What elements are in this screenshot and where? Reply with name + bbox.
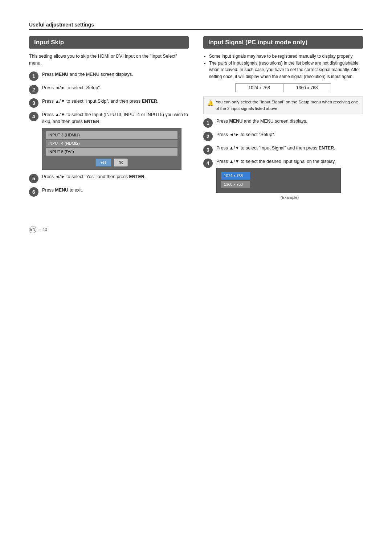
menu-item-input5: INPUT 5 (DVI)	[46, 148, 177, 156]
step-1: 1 Press MENU and the MENU screen display…	[29, 71, 189, 81]
step-2: 2 Press ◄/► to select "Setup".	[29, 85, 189, 94]
signal-step-num-4: 4	[203, 159, 213, 168]
step-1-text: Press MENU and the MENU screen displays.	[42, 71, 189, 78]
step-3: 3 Press ▲/▼ to select "Input Skip", and …	[29, 98, 189, 108]
example-label: (Example)	[216, 194, 363, 201]
signal-step-num-1: 1	[203, 118, 213, 128]
signal-step-4: 4 Press ▲/▼ to select the desired input …	[203, 158, 363, 201]
signal-item-1: 1024 x 768	[221, 172, 250, 179]
signal-col1: 1024 x 768	[236, 84, 283, 92]
input-skip-screenshot: INPUT 3 (HDMI1) INPUT 4 (HDMI2) INPUT 5 …	[42, 128, 181, 170]
step-4: 4 Press ▲/▼ to select the Input (INPUT3,…	[29, 111, 189, 170]
input-signal-column: Input Signal (PC input mode only) Some i…	[203, 36, 363, 204]
step-num-3: 3	[29, 98, 38, 108]
step-6: 6 Press MENU to exit.	[29, 187, 189, 197]
input-signal-bullets: Some input signals may have to be regist…	[203, 53, 363, 80]
menu-item-input3: INPUT 3 (HDMI1)	[46, 131, 177, 139]
step-2-text: Press ◄/► to select "Setup".	[42, 85, 189, 91]
step-num-5: 5	[29, 174, 38, 183]
step-num-2: 2	[29, 85, 38, 94]
yes-button: Yes	[95, 159, 111, 167]
page-footer: EN · 40	[29, 226, 363, 233]
input-signal-title: Input Signal (PC input mode only)	[203, 36, 363, 49]
step-5-text: Press ◄/► to select "Yes", and then pres…	[42, 173, 189, 180]
signal-step-num-2: 2	[203, 132, 213, 141]
input-skip-column: Input Skip This setting allows you to sk…	[29, 36, 189, 204]
step-num-6: 6	[29, 187, 38, 197]
signal-step-1-text: Press MENU and the MENU screen displays.	[216, 118, 363, 125]
menu-item-input4: INPUT 4 (HDMI2)	[46, 140, 177, 147]
section-header: Useful adjustment settings	[29, 22, 363, 30]
step-6-text: Press MENU to exit.	[42, 187, 189, 194]
step-num-1: 1	[29, 71, 38, 81]
signal-step-2-text: Press ◄/► to select "Setup".	[216, 131, 363, 138]
no-button: No	[114, 159, 128, 167]
signal-step-2: 2 Press ◄/► to select "Setup".	[203, 131, 363, 141]
signal-step-3: 3 Press ▲/▼ to select "Input Signal" and…	[203, 145, 363, 155]
note-text: You can only select the "Input Signal" o…	[216, 99, 359, 112]
step-4-text: Press ▲/▼ to select the Input (INPUT3, I…	[42, 111, 189, 170]
note-box: 🔔 You can only select the "Input Signal"…	[203, 97, 363, 114]
section-title: Useful adjustment settings	[29, 22, 363, 28]
step-num-4: 4	[29, 112, 38, 121]
step-3-text: Press ▲/▼ to select "Input Skip", and th…	[42, 98, 189, 105]
bullet-2: The pairs of input signals (resolutions)…	[209, 60, 363, 80]
footer-page-number: · 40	[40, 227, 47, 232]
bullet-1: Some input signals may have to be regist…	[209, 53, 363, 60]
two-column-layout: Input Skip This setting allows you to sk…	[29, 36, 363, 204]
signal-screenshot: 1024 x 768 1360 x 768	[216, 168, 341, 193]
step-5: 5 Press ◄/► to select "Yes", and then pr…	[29, 173, 189, 183]
menu-yes-no: Yes No	[46, 159, 177, 167]
signal-step-num-3: 3	[203, 145, 213, 155]
signal-item-2: 1360 x 768	[221, 181, 250, 188]
signal-step-4-text: Press ▲/▼ to select the desired input si…	[216, 158, 363, 201]
footer-circle: EN	[29, 226, 36, 233]
signal-col2: 1360 x 768	[283, 84, 331, 92]
note-icon: 🔔	[207, 99, 213, 107]
input-skip-title: Input Skip	[29, 36, 189, 49]
signal-step-3-text: Press ▲/▼ to select "Input Signal" and t…	[216, 145, 363, 152]
signal-table: 1024 x 768 1360 x 768	[235, 83, 331, 92]
signal-step-1: 1 Press MENU and the MENU screen display…	[203, 118, 363, 128]
input-skip-intro: This setting allows you to skip the HDMI…	[29, 53, 189, 67]
